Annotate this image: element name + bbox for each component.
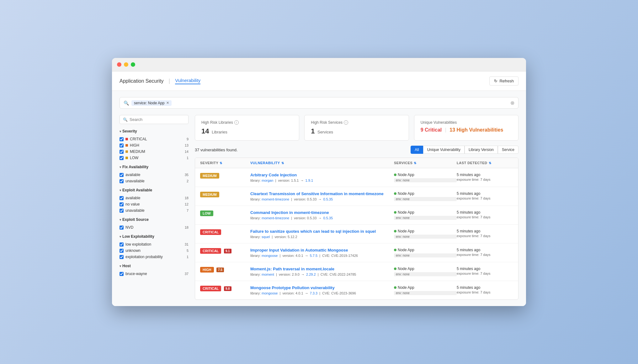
vuln-name[interactable]: Command Injection in moment-timezone: [250, 210, 394, 215]
last-detected: 5 minutes ago: [457, 267, 513, 271]
high-checkbox[interactable]: [120, 143, 124, 148]
severity-badge-critical: CRITICAL: [200, 286, 221, 291]
service-status-dot: [394, 286, 396, 289]
host-section-header[interactable]: ▾ Host: [120, 264, 189, 268]
stat-card-services: High Risk Services i 1 Services: [304, 115, 409, 141]
vuln-name[interactable]: Improper Input Validation in Automattic …: [250, 248, 394, 252]
exploit-novalue-checkbox[interactable]: [120, 202, 124, 206]
fix-available-checkbox[interactable]: [120, 173, 124, 177]
fix-section-header[interactable]: ▾ Fix Availability: [120, 165, 189, 169]
th-severity[interactable]: SEVERITY ⇅: [200, 161, 250, 165]
app-content: Application Security | Vulnerability ↻ R…: [112, 71, 526, 306]
service-name: Node App: [394, 191, 457, 196]
sidebar-search-box[interactable]: 🔍: [120, 115, 189, 124]
chevron-down-icon: ▾: [120, 235, 121, 238]
last-detected: 5 minutes ago: [457, 285, 513, 290]
filter-section-host: ▾ Host bruce-wayne 37: [120, 264, 189, 277]
refresh-button[interactable]: ↻ Refresh: [489, 76, 518, 86]
th-vulnerability[interactable]: VULNERABILITY ⇅: [250, 161, 394, 165]
bruce-wayne-checkbox[interactable]: [120, 272, 124, 276]
table-row: HIGH 7.5 Moment.js: Path traversal in mo…: [195, 262, 518, 281]
service-status-dot: [394, 268, 396, 270]
filter-low: LOW 1: [120, 155, 189, 161]
exploit-section-header[interactable]: ▾ Exploit Available: [120, 188, 189, 192]
browser-titlebar: [112, 58, 526, 71]
cvss-score: 7.5: [216, 268, 224, 272]
table-row: CRITICAL 9.1 Improper Input Validation i…: [195, 243, 518, 262]
minimize-button[interactable]: [124, 62, 128, 67]
vuln-name[interactable]: Mongoose Prototype Pollution vulnerabili…: [250, 285, 394, 290]
sort-icon: ⇅: [281, 161, 284, 165]
fix-unavailable-checkbox[interactable]: [120, 179, 124, 183]
results-header: 37 vulnerabilities found. All Unique Vul…: [195, 146, 518, 154]
critical-dot: [125, 138, 128, 140]
exploit-unavailable-checkbox[interactable]: [120, 209, 124, 213]
service-status-dot: [394, 230, 396, 232]
vuln-meta: library: squel | version: 5.12.2: [250, 235, 394, 239]
vuln-name[interactable]: Moment.js: Path traversal in moment.loca…: [250, 267, 394, 271]
service-name: Node App: [394, 267, 457, 271]
close-button[interactable]: [117, 62, 121, 67]
stats-row: High Risk Libraries i 14 Libraries High …: [195, 115, 518, 141]
libraries-info-icon[interactable]: i: [234, 120, 239, 125]
exploitation-probability-checkbox[interactable]: [120, 255, 124, 259]
search-tag-close[interactable]: ✕: [166, 101, 169, 105]
unknown-checkbox[interactable]: [120, 249, 124, 253]
search-clear-all[interactable]: ⊗: [510, 100, 514, 106]
last-detected: 5 minutes ago: [457, 191, 513, 196]
filter-section-exploit: ▾ Exploit Available available 18 no valu…: [120, 188, 189, 214]
view-all-button[interactable]: All: [411, 146, 423, 154]
filter-exploit-novalue: no value 12: [120, 201, 189, 207]
vuln-name[interactable]: Arbitrary Code Injection: [250, 173, 394, 177]
high-dot: [125, 144, 128, 147]
refresh-icon: ↻: [494, 79, 497, 83]
vuln-name[interactable]: Failure to sanitize quotes which can lea…: [250, 229, 394, 234]
env-tag: env: none: [394, 178, 457, 182]
table-row: MEDIUM Cleartext Transmission of Sensiti…: [195, 187, 518, 206]
view-unique-button[interactable]: Unique Vulnerability: [423, 146, 465, 154]
service-name: Node App: [394, 285, 457, 290]
severity-badge-high: HIGH: [200, 267, 214, 273]
exploit-source-section-header[interactable]: ▾ Exploit Source: [120, 217, 189, 222]
medium-checkbox[interactable]: [120, 150, 124, 154]
nvd-checkbox[interactable]: [120, 226, 124, 230]
filter-nvd: NVD 18: [120, 224, 189, 231]
th-services[interactable]: SERVICES ⇅: [394, 161, 457, 165]
service-status-dot: [394, 249, 396, 251]
filter-exploit-available: available 18: [120, 195, 189, 201]
service-status-dot: [394, 174, 396, 176]
sort-icon: ⇅: [414, 161, 417, 165]
th-last-detected[interactable]: LAST DETECTED ⇅: [457, 161, 513, 165]
low-checkbox[interactable]: [120, 156, 124, 160]
browser-window: Application Security | Vulnerability ↻ R…: [112, 58, 526, 306]
sidebar: 🔍 ▾ Severity CRITICAL 9: [120, 115, 189, 300]
vuln-name[interactable]: Cleartext Transmission of Sensitive Info…: [250, 191, 394, 196]
table-row: MEDIUM Arbitrary Code Injection library:…: [195, 168, 518, 187]
results-count: 37 vulnerabilities found.: [195, 148, 238, 152]
view-service-button[interactable]: Service: [498, 146, 518, 154]
filter-exploit-unavailable: unavailable 7: [120, 207, 189, 214]
vulnerability-tab[interactable]: Vulnerability: [175, 78, 200, 84]
sidebar-search-input[interactable]: [130, 117, 185, 122]
vuln-meta: library: moment | version: 2.9.0 → 2.29.…: [250, 273, 394, 276]
app-title: Application Security: [120, 78, 164, 84]
view-library-button[interactable]: Library Version: [465, 146, 498, 154]
exploit-available-checkbox[interactable]: [120, 196, 124, 200]
low-exploit-section-header[interactable]: ▾ Low Exploitability: [120, 234, 189, 239]
maximize-button[interactable]: [131, 62, 135, 67]
severity-section-header[interactable]: ▾ Severity: [120, 129, 189, 133]
filter-exploitation-probability: exploitation probability 1: [120, 254, 189, 260]
filter-section-fix: ▾ Fix Availability available 35 unavaila…: [120, 165, 189, 184]
stat-libraries-title: High Risk Libraries i: [201, 120, 293, 125]
filter-section-severity: ▾ Severity CRITICAL 9 HIGH: [120, 129, 189, 161]
filter-section-exploit-source: ▾ Exploit Source NVD 18: [120, 217, 189, 231]
services-info-icon[interactable]: i: [344, 120, 348, 125]
chevron-down-icon: ▾: [120, 130, 121, 133]
stat-services-value: 1: [311, 127, 315, 135]
main-content: High Risk Libraries i 14 Libraries High …: [195, 115, 518, 300]
filter-bruce-wayne: bruce-wayne 37: [120, 271, 189, 277]
low-exploitation-checkbox[interactable]: [120, 242, 124, 247]
view-toggle: All Unique Vulnerability Library Version…: [411, 146, 518, 154]
filter-fix-available: available 35: [120, 172, 189, 178]
critical-checkbox[interactable]: [120, 137, 124, 141]
